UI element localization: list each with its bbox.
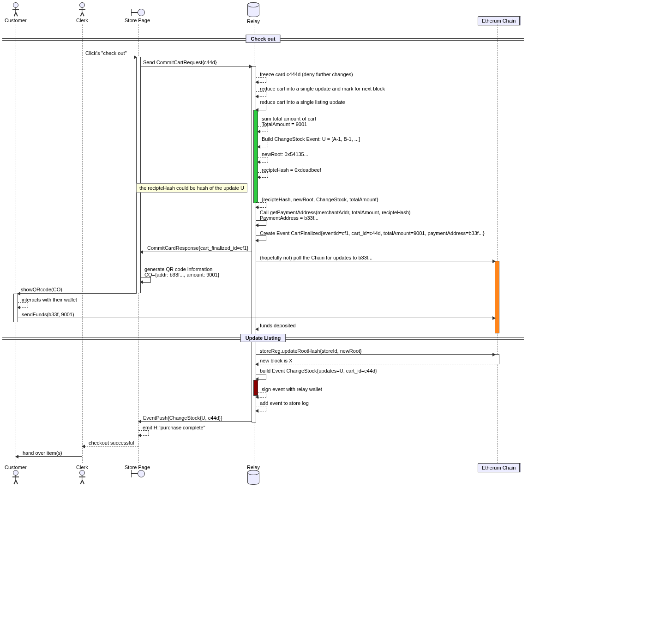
arrow-m26 (138, 430, 149, 436)
msg-event-push: EventPush{ChangeStock{U, c44d}} (143, 415, 222, 421)
label: Clerk (76, 464, 88, 470)
arrow-m19 (256, 329, 495, 330)
actor-icon (78, 2, 86, 16)
lifeline-chain (497, 24, 498, 463)
database-icon (247, 470, 259, 485)
arrow-m23 (256, 392, 266, 398)
participant-storepage-top: Store Page (125, 9, 150, 23)
msg-total-amount: TotalAmount = 9001 (262, 121, 307, 127)
msg-build-changestock: Build ChangeStock Event: U = [A-1, B-1, … (262, 136, 360, 142)
activation-chain-orange (495, 261, 499, 333)
msg-sign-event: sign event with relay wallet (262, 386, 322, 392)
boundary-icon (131, 470, 144, 477)
activation-storepage (136, 57, 141, 293)
arrow-m17 (18, 302, 28, 308)
divider-checkout-label: Check out (246, 35, 280, 43)
msg-interacts-wallet: interacts with their wallet (22, 297, 77, 302)
arrow-m10 (256, 202, 266, 208)
node-box: Etherum Chain (478, 463, 521, 472)
actor-icon (12, 2, 19, 16)
msg-freeze-card: freeze card c444d (deny further changes) (260, 72, 353, 77)
arrow-m6 (258, 127, 268, 132)
participant-chain-top: Etherum Chain (478, 16, 521, 25)
database-icon (247, 2, 259, 17)
arrow-m15 (140, 277, 151, 283)
msg-show-qr: showQRcode(CO) (21, 287, 62, 292)
arrow-m4 (256, 91, 266, 97)
lifeline-clerk (82, 24, 83, 463)
lifeline-customer (16, 24, 16, 463)
msg-checkout-successful: checkout successful (89, 440, 134, 446)
arrow-m11 (256, 220, 266, 226)
msg-recipte-hash: recipteHash = 0xdeadbeef (262, 167, 321, 173)
arrow-m20 (256, 354, 495, 355)
label: Customer (5, 464, 27, 470)
msg-emit-purchase-complete: emit H:"purchase complete" (143, 425, 205, 430)
msg-reduce-cart-update: reduce cart into a single update and mar… (260, 86, 385, 91)
participant-relay-top: Relay (247, 2, 260, 24)
arrow-m25 (138, 421, 252, 422)
arrow-m8 (258, 157, 268, 163)
msg-poll-chain: (hopefully not) poll the Chain for updat… (260, 255, 372, 260)
arrow-m3 (256, 77, 266, 83)
label: Relay (247, 464, 260, 470)
node-box: Etherum Chain (478, 16, 521, 25)
msg-get-payment-addr: Call getPaymentAddress(merchantAddr, tot… (260, 210, 411, 215)
msg-payment-addr-val: PaymentAddress = b33f... (260, 215, 318, 221)
msg-sum-total: sum total amount of cart (262, 116, 316, 121)
msg-new-block: new block is X (260, 358, 292, 363)
arrow-m7 (258, 142, 268, 147)
msg-hand-over: hand over item(s) (23, 450, 62, 456)
boundary-icon (131, 9, 144, 16)
msg-click-checkout: Click's "check out" (85, 50, 126, 56)
participant-clerk-bottom: Clerk (76, 463, 88, 484)
participant-customer-bottom: Customer (5, 463, 27, 484)
arrow-m14 (256, 261, 495, 262)
participant-storepage-bottom: Store Page (125, 463, 150, 477)
arrow-m2 (140, 66, 252, 67)
participant-customer-top: Customer (5, 2, 27, 23)
arrow-m24 (256, 406, 266, 411)
msg-gen-qr: generate QR code information (144, 266, 212, 272)
arrow-m13 (140, 252, 252, 253)
label: Store Page (125, 18, 150, 23)
arrow-m21 (256, 364, 495, 365)
msg-new-root: newRoot: 0x54135... (262, 151, 308, 157)
arrow-m27 (82, 446, 138, 447)
activation-relay-green (253, 110, 258, 203)
participant-relay-bottom: Relay (247, 463, 260, 485)
sequence-diagram: Customer Clerk Store Page Relay Etherum … (2, 2, 524, 492)
msg-commit-cart-request: Send CommitCartRequest{c44d} (143, 60, 217, 65)
arrow-m16 (18, 293, 137, 294)
arrow-m12 (256, 235, 266, 241)
arrow-m5 (256, 105, 266, 110)
participant-chain-bottom: Etherum Chain (478, 463, 521, 472)
participant-clerk-top: Clerk (76, 2, 88, 23)
msg-add-event-log: add event to store log (260, 400, 309, 406)
msg-send-funds: sendFunds(b33f, 9001) (22, 312, 74, 317)
label: Relay (247, 18, 260, 24)
actor-icon (12, 470, 19, 484)
msg-co-value: CO={addr: b33f..., amount: 9001} (144, 272, 219, 277)
label: Clerk (76, 18, 88, 23)
msg-return-tuple: {recipteHash, newRoot, ChangeStock, tota… (262, 197, 378, 202)
msg-commit-card-response: CommitCardResponse{cart_finalized_id=cf1… (147, 245, 248, 251)
msg-reduce-cart-listing: reduce cart into a single listing update (260, 99, 345, 105)
arrow-m22 (256, 374, 266, 380)
msg-create-cart-finalized: Create Event CartFinalized{eventid=cf1, … (260, 230, 485, 236)
arrow-m18 (18, 318, 495, 319)
msg-update-root-hash: storeReg.updateRootHash{storeId, newRoot… (260, 348, 362, 354)
arrow-m1 (82, 57, 137, 58)
label: Customer (5, 18, 27, 23)
msg-funds-deposited: funds deposited (260, 323, 296, 328)
arrow-m9 (258, 172, 268, 178)
divider-update-label: Update Listing (240, 334, 286, 342)
msg-build-event-changestock: build Event ChangeStock{updates=U, cart_… (260, 368, 377, 374)
note-recipte-hash: the recipteHash could be hash of the upd… (136, 183, 247, 193)
arrow-m28 (16, 456, 82, 457)
actor-icon (78, 470, 86, 484)
label: Store Page (125, 464, 150, 470)
